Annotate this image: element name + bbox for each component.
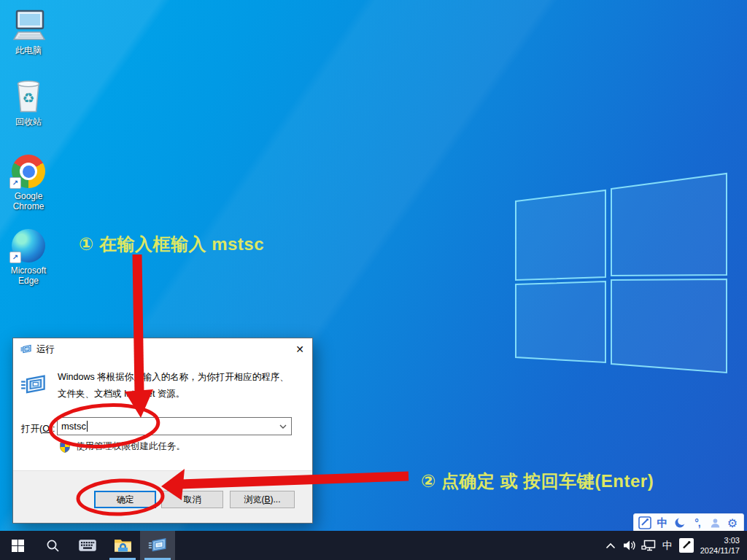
desktop-icon-label: Google Chrome	[1, 191, 56, 211]
clock-time: 3:03	[724, 535, 740, 545]
user-icon[interactable]	[707, 515, 723, 531]
file-explorer-icon	[114, 538, 132, 553]
run-window-icon	[148, 536, 167, 555]
ok-button[interactable]: 确定	[94, 491, 156, 508]
svg-text:♻: ♻	[22, 90, 34, 106]
desktop-icon-recycle-bin[interactable]: ♻ 回收站	[1, 79, 56, 127]
annotation-step2: ② 点确定 或 按回车键(Enter)	[421, 470, 654, 493]
shortcut-arrow-icon: ↗	[9, 177, 21, 189]
taskbar-empty-area	[175, 531, 601, 560]
ime-punctuation-icon[interactable]: °,	[689, 515, 705, 531]
tray-sogou-icon[interactable]	[677, 531, 696, 560]
ime-logo-icon[interactable]	[637, 515, 653, 531]
shortcut-arrow-icon: ↗	[9, 252, 21, 263]
open-input-value: mstsc	[58, 421, 86, 432]
message-line1: Windows 将根据你所输入的名称，为你打开相应的程序、	[58, 372, 289, 382]
run-dialog-message: Windows 将根据你所输入的名称，为你打开相应的程序、 文件夹、文档或 In…	[58, 369, 303, 402]
cancel-button[interactable]: 取消	[161, 491, 223, 508]
ime-toolbar: 中 °, ⚙	[633, 513, 744, 532]
open-label: 打开(O):	[21, 420, 55, 438]
run-icon	[20, 372, 47, 398]
desktop-icon-microsoft-edge[interactable]: ↗ Microsoft Edge	[1, 228, 56, 286]
run-dialog-footer: 确定 取消 浏览(B)...	[13, 470, 312, 523]
recycle-bin-icon: ♻	[1, 79, 56, 114]
open-input[interactable]: mstsc	[57, 417, 292, 435]
tray-ime-indicator[interactable]: 中	[658, 531, 677, 560]
windows-logo-icon	[12, 540, 24, 552]
browse-button[interactable]: 浏览(B)...	[230, 491, 295, 508]
ime-status-icon	[681, 540, 692, 551]
google-chrome-icon: ↗	[1, 153, 56, 188]
combo-dropdown-button[interactable]	[275, 418, 291, 435]
desktop-icon-label: 此电脑	[1, 45, 56, 55]
search-icon	[46, 539, 60, 553]
taskbar-run-window[interactable]	[140, 531, 175, 560]
message-line2: 文件夹、文档或 Internet 资源。	[58, 389, 185, 399]
chevron-down-icon	[279, 424, 287, 429]
tray-show-hidden-icons[interactable]	[601, 531, 620, 560]
desktop-icon-google-chrome[interactable]: ↗ Google Chrome	[1, 153, 56, 211]
admin-note-text: 使用管理权限创建此任务。	[76, 440, 185, 453]
annotation-step1: ① 在输入框输入 mstsc	[79, 233, 264, 256]
desktop-icon-label: Microsoft Edge	[1, 265, 56, 286]
run-dialog: 运行 ✕ Windows 将根据你所输入的名称，为你打开相应的程序、 文件夹、文…	[12, 338, 313, 524]
chevron-up-icon	[605, 542, 616, 549]
run-dialog-titlebar[interactable]: 运行 ✕	[13, 338, 312, 360]
gear-icon[interactable]: ⚙	[724, 515, 740, 531]
touch-keyboard-button[interactable]	[70, 531, 105, 560]
windows-desktop: 此电脑 ♻ 回收站 ↗ Google Chrome ↗ Microsoft Ed…	[0, 0, 747, 560]
ime-mode-chinese[interactable]: 中	[654, 515, 670, 531]
tray-network[interactable]	[639, 531, 658, 560]
clock-date: 2024/11/17	[700, 545, 740, 556]
taskbar: 中 3:03 2024/11/17	[0, 531, 747, 560]
moon-icon[interactable]	[672, 515, 688, 531]
desktop-icon-this-pc[interactable]: 此电脑	[1, 7, 56, 55]
start-button[interactable]	[0, 531, 35, 560]
close-button[interactable]: ✕	[287, 338, 312, 360]
tray-volume[interactable]	[620, 531, 639, 560]
this-pc-icon	[1, 7, 56, 42]
admin-note-row: 使用管理权限创建此任务。	[59, 440, 185, 453]
run-app-icon	[20, 343, 32, 355]
text-caret	[87, 421, 88, 432]
tray-clock[interactable]: 3:03 2024/11/17	[696, 531, 747, 560]
network-icon	[641, 540, 656, 551]
search-button[interactable]	[35, 531, 70, 560]
desktop-icon-label: 回收站	[1, 117, 56, 127]
run-dialog-title: 运行	[36, 343, 55, 356]
keyboard-icon	[79, 540, 96, 551]
taskbar-file-explorer[interactable]	[105, 531, 140, 560]
speaker-icon	[623, 540, 636, 551]
uac-shield-icon	[59, 441, 71, 453]
microsoft-edge-icon: ↗	[1, 228, 56, 262]
